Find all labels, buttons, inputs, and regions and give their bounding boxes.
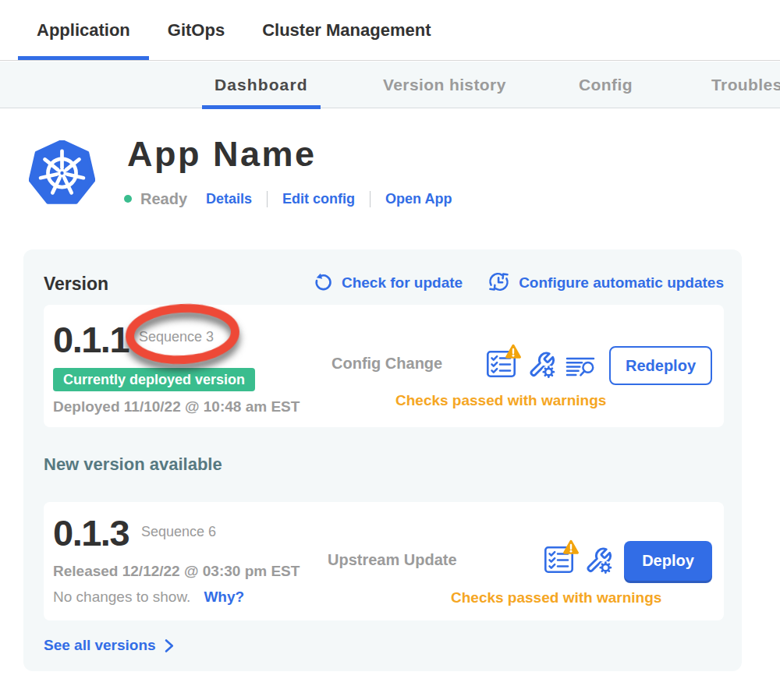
clock-refresh-icon <box>488 270 509 296</box>
open-app-link[interactable]: Open App <box>385 191 452 207</box>
see-all-versions-label: See all versions <box>44 637 156 654</box>
ready-status-label: Ready <box>140 190 187 208</box>
tab-cluster-management-label: Cluster Management <box>262 20 431 41</box>
new-version-card: 0.1.3 Sequence 6 Released 12/12/22 @ 03:… <box>44 502 724 620</box>
tab-dashboard-label: Dashboard <box>214 76 308 94</box>
check-for-update-link[interactable]: Check for update <box>314 272 463 295</box>
version-section: Version Check for update <box>23 249 742 671</box>
tab-gitops[interactable]: GitOps <box>149 0 243 60</box>
ready-status-dot <box>124 195 132 203</box>
tab-application-label: Application <box>37 20 130 41</box>
preflight-checks-warning-icon[interactable] <box>484 343 521 382</box>
tab-version-history-label: Version history <box>383 76 506 94</box>
tab-config-label: Config <box>579 76 633 94</box>
preflight-checks-warning-icon[interactable] <box>542 539 579 578</box>
tab-dashboard[interactable]: Dashboard <box>202 62 321 108</box>
why-link[interactable]: Why? <box>204 589 244 605</box>
deploy-button[interactable]: Deploy <box>624 541 712 581</box>
configure-automatic-updates-label: Configure automatic updates <box>519 274 724 292</box>
wrench-gear-icon[interactable] <box>584 546 613 578</box>
tab-application[interactable]: Application <box>18 0 149 60</box>
current-sequence-label: Sequence 3 <box>139 329 214 345</box>
sub-nav: Dashboard Version history Config Trouble… <box>0 62 780 108</box>
page-title: App Name <box>127 134 317 175</box>
new-sequence-label: Sequence 6 <box>141 524 216 540</box>
check-for-update-label: Check for update <box>342 274 463 292</box>
link-separator <box>370 191 370 207</box>
new-source-label: Upstream Update <box>328 551 457 569</box>
tab-troubleshoot[interactable]: Troubleshoot <box>699 62 780 108</box>
current-checks-status[interactable]: Checks passed with warnings <box>395 392 606 409</box>
current-version-card: 0.1.1 Sequence 3 Currently deployed vers… <box>44 305 724 427</box>
tab-config[interactable]: Config <box>566 62 645 108</box>
no-changes-row: No changes to show.Why? <box>53 589 244 606</box>
tab-cluster-management[interactable]: Cluster Management <box>243 0 449 60</box>
edit-config-link[interactable]: Edit config <box>282 191 355 207</box>
current-version-number: 0.1.1 <box>53 321 129 358</box>
current-source-label: Config Change <box>332 355 442 373</box>
chevron-right-icon <box>164 638 175 653</box>
currently-deployed-badge: Currently deployed version <box>53 368 255 391</box>
tab-version-history[interactable]: Version history <box>370 62 519 108</box>
redeploy-button[interactable]: Redeploy <box>609 346 712 385</box>
diff-lines-magnifier-icon[interactable] <box>566 355 595 382</box>
new-version-heading: New version available <box>44 454 222 475</box>
new-version-number: 0.1.3 <box>53 514 129 551</box>
app-status-row: Ready Details Edit config Open App <box>124 189 452 208</box>
released-timestamp: Released 12/12/22 @ 03:30 pm EST <box>53 563 300 580</box>
details-link[interactable]: Details <box>206 191 252 207</box>
refresh-icon <box>314 272 332 295</box>
top-nav: Application GitOps Cluster Management <box>0 0 780 61</box>
link-separator <box>267 191 268 207</box>
configure-automatic-updates-link[interactable]: Configure automatic updates <box>488 270 724 296</box>
wrench-gear-icon[interactable] <box>527 351 556 382</box>
tab-troubleshoot-label: Troubleshoot <box>711 76 780 94</box>
kubernetes-logo-icon <box>29 140 95 206</box>
deployed-timestamp: Deployed 11/10/22 @ 10:48 am EST <box>53 398 300 415</box>
no-changes-label: No changes to show. <box>53 589 190 605</box>
tab-gitops-label: GitOps <box>168 20 225 41</box>
version-section-title: Version <box>44 274 108 295</box>
new-checks-status[interactable]: Checks passed with warnings <box>451 589 661 606</box>
current-version-actions <box>484 343 595 382</box>
new-version-actions <box>542 539 613 578</box>
see-all-versions-link[interactable]: See all versions <box>44 637 175 654</box>
